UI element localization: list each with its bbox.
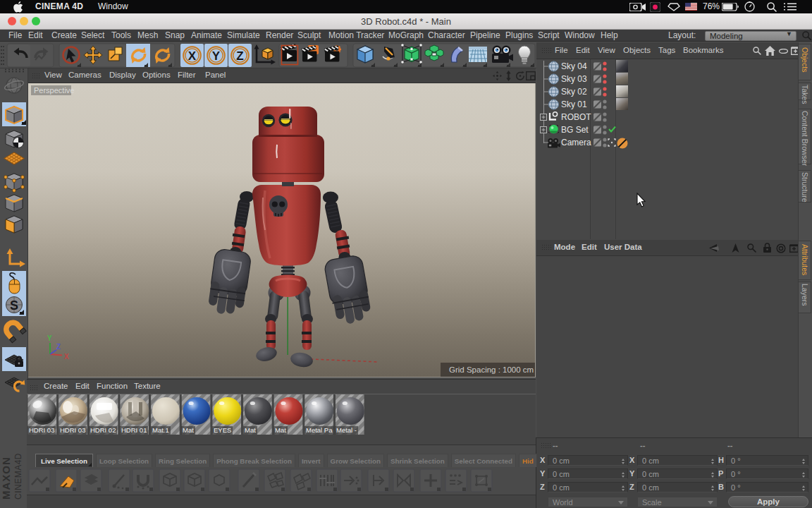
svg-text:Camera: Camera [561, 138, 591, 147]
svg-text:BG Set: BG Set [561, 125, 589, 135]
svg-text:X: X [64, 353, 69, 361]
svg-text:Y: Y [212, 49, 221, 63]
svg-text:Perspective: Perspective [34, 86, 74, 95]
svg-text:CINEMA4D: CINEMA4D [13, 453, 23, 500]
svg-text:Y: Y [47, 334, 52, 342]
svg-text:Sky 01: Sky 01 [561, 99, 587, 109]
svg-text:MAXON: MAXON [0, 456, 12, 500]
svg-text:Z: Z [236, 49, 243, 63]
svg-text:Sky 02: Sky 02 [561, 87, 587, 97]
svg-text:Sky 03: Sky 03 [561, 74, 587, 84]
svg-text:X: X [188, 49, 197, 63]
svg-text:Z: Z [56, 343, 61, 351]
svg-text:ROBOT: ROBOT [561, 112, 591, 122]
svg-text:S: S [10, 298, 18, 313]
svg-text:Grid Spacing : 1000 cm: Grid Spacing : 1000 cm [449, 365, 534, 374]
svg-text:Sky 04: Sky 04 [561, 61, 587, 71]
